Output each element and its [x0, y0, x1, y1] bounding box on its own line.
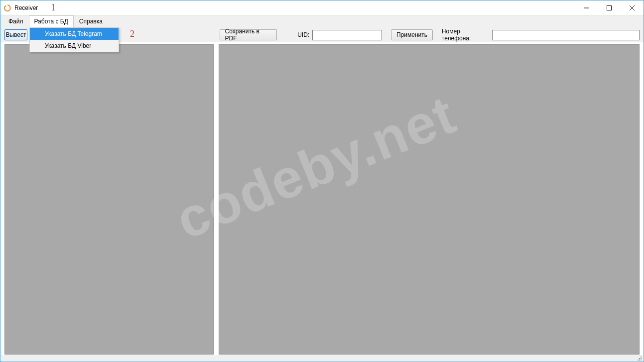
menu-db[interactable]: Работа с БД	[29, 15, 74, 27]
apply-button[interactable]: Применить	[391, 29, 433, 40]
phone-input[interactable]	[492, 30, 640, 40]
app-window: Receiver 1 Файл Работа с БД Справка	[0, 0, 644, 362]
phone-label: Номер телефона:	[442, 28, 490, 42]
output-button[interactable]: Вывест	[4, 29, 27, 40]
svg-rect-1	[607, 6, 612, 10]
dropdown-item-label: Указать БД Telegram	[45, 30, 102, 37]
uid-input[interactable]	[312, 30, 382, 40]
window-controls	[575, 0, 644, 15]
resize-grip[interactable]	[636, 355, 642, 361]
minimize-button[interactable]	[575, 0, 598, 15]
toolbar-right: Сохранить в PDF UID: Применить Номер тел…	[215, 28, 640, 42]
menu-help[interactable]: Справка	[74, 15, 108, 27]
save-pdf-button[interactable]: Сохранить в PDF	[220, 29, 277, 40]
left-panel	[4, 44, 214, 355]
maximize-button[interactable]	[598, 0, 621, 15]
annotation-2: 2	[130, 29, 134, 39]
db-dropdown: Указать БД Telegram Указать БД Viber	[29, 27, 119, 52]
uid-label: UID:	[297, 31, 309, 38]
status-bar	[1, 355, 643, 361]
title-left: Receiver 1	[3, 2, 55, 13]
annotation-1: 1	[51, 2, 55, 13]
close-button[interactable]	[621, 0, 644, 15]
window-title: Receiver	[14, 4, 38, 11]
right-panel	[219, 44, 640, 355]
dropdown-item-telegram[interactable]: Указать БД Telegram	[30, 28, 119, 40]
title-bar: Receiver 1	[0, 0, 644, 15]
menu-file[interactable]: Файл	[3, 15, 29, 27]
app-icon	[3, 4, 11, 12]
content-area	[4, 44, 640, 355]
menu-bar: Файл Работа с БД Справка	[0, 15, 644, 27]
dropdown-item-viber[interactable]: Указать БД Viber	[30, 40, 119, 52]
dropdown-item-label: Указать БД Viber	[45, 42, 91, 49]
